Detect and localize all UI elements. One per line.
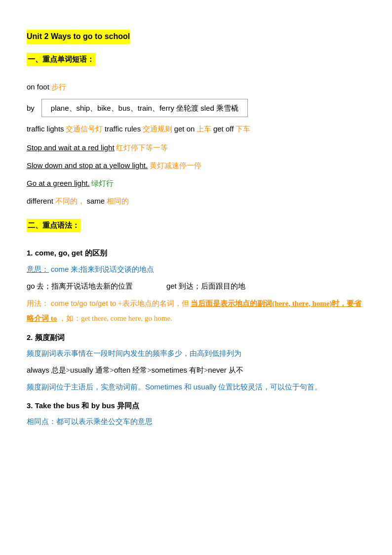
on-foot-en: on foot [27,83,49,91]
unit-title: Unit 2 Ways to go to school [27,30,130,44]
different-zh: 不同的， [55,197,85,205]
get-label: get [166,282,177,290]
yisi-label: 意思： [27,265,49,273]
stop-line: Stop and wait at a red light 红灯停下等一等 [27,141,365,155]
section1-heading-block: 一、重点单词短语： [27,53,365,73]
by-row: by plane、ship、bike、bus、train、ferry 坐轮渡 s… [27,99,365,117]
get-off-zh: 下车 [235,125,250,133]
section2-heading-block: 二、重点语法： [27,215,365,239]
yisi-come-zh: 来;指来到说话交谈的地点 [71,265,154,273]
traffic-lights-en: traffic lights [27,125,64,133]
yisi-come: come [51,265,69,273]
section2-heading: 二、重点语法： [27,219,80,232]
by-label: by [27,101,35,115]
freq-intro: 频度副词表示事情在一段时间内发生的频率多少，由高到低排列为 [27,347,365,360]
go-line: Go at a green light. 绿灯行 [27,176,365,190]
grammar-yongfa: 用法： come to/go to/get to +表示地点的名词，但 当后面是… [27,296,365,326]
yongfa-text2: +表示地点的名词，但 [118,299,189,307]
grammar-num-1: 1. come, go, get 的区别 [27,246,365,259]
grammar-section-3: 3. Take the bus 和 by bus 异同点 相同点：都可以表示乘坐… [27,399,365,428]
grammar-yisi: 意思： come 来;指来到说话交谈的地点 [27,262,365,276]
same-zh: 相同的 [107,197,129,205]
yongfa-text3: ，如：get there, come here, go home. [59,314,172,322]
on-foot-zh: 步行 [51,83,66,91]
freq-list: always 总是>usually 通常>often 经常>sometimes … [27,363,365,377]
grammar-section-2: 2. 频度副词 频度副词表示事情在一段时间内发生的频率多少，由高到低排列为 al… [27,331,365,394]
traffic-rules-zh: 交通规则 [143,125,174,133]
traffic-lights-zh: 交通信号灯 [66,125,105,133]
slow-en: Slow down and stop at a yellow light. [27,161,148,170]
go-en: Go at a green light. [27,179,90,187]
diff-line: different 不同的， same 相同的 [27,194,365,208]
slow-line: Slow down and stop at a yellow light. 黄灯… [27,159,365,172]
get-on-en: get on [174,125,195,133]
get-zh: 到达；后面跟目的地 [179,282,245,290]
by-box-content: plane、ship、bike、bus、train、ferry 坐轮渡 sled… [41,99,248,117]
grammar-num-2: 2. 频度副词 [27,331,365,344]
grammar-go-get: go 去；指离开说话地去新的位置 get 到达；后面跟目的地 [27,279,365,293]
vocab-on-foot: on foot 步行 [27,80,365,94]
traffic-rules-en: traffic rules [105,125,141,133]
freq-rule: 频度副词位于主语后，实意动词前。Sometimes 和 usually 位置比较… [27,380,365,394]
go-zh: 去；指离开说话地去新的位置 [37,282,133,290]
yongfa-text1: come to/go to/get to [51,299,117,307]
traffic-line: traffic lights 交通信号灯 traffic rules 交通规则 … [27,122,365,136]
same-en: same [86,197,105,205]
grammar-section-1: 1. come, go, get 的区别 意思： come 来;指来到说话交谈的… [27,246,365,326]
stop-en: Stop and wait at a red light [27,143,115,152]
get-off-en: get off [213,125,234,133]
go-label: go [27,282,35,290]
grammar-num-3: 3. Take the bus 和 by bus 异同点 [27,399,365,412]
get-on-zh: 上车 [196,125,213,133]
different-en: different [27,197,53,205]
slow-zh: 黄灯减速停一停 [150,162,201,170]
section1-heading: 一、重点单词短语： [27,53,95,66]
yongfa-label: 用法： [27,299,49,307]
stop-zh: 红灯停下等一等 [116,144,168,152]
same-point-label: 相同点：都可以表示乘坐公交车的意思 [27,418,153,426]
go-zh: 绿灯行 [91,179,114,187]
same-point: 相同点：都可以表示乘坐公交车的意思 [27,415,365,428]
